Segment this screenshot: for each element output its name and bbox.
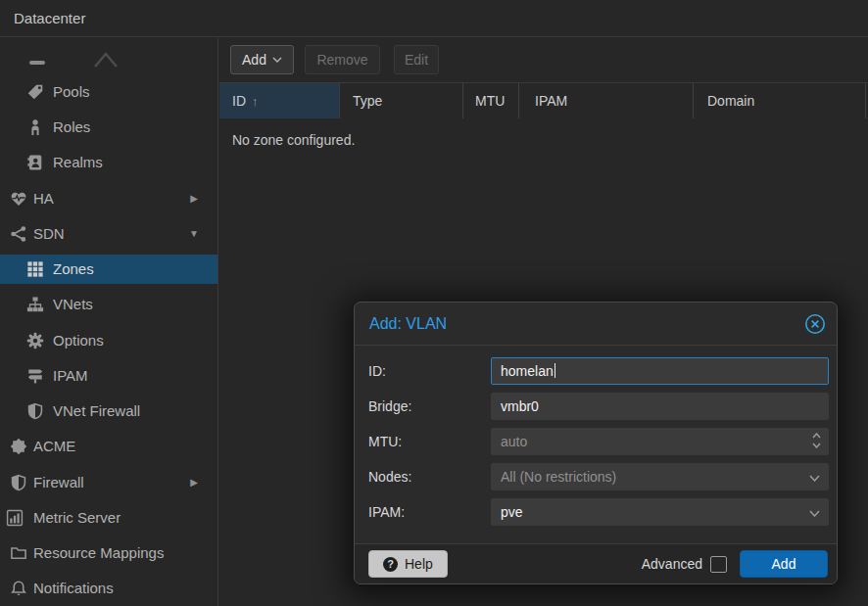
nodes-select[interactable]: All (No restrictions) (491, 463, 829, 490)
shield-icon (26, 402, 44, 420)
column-header-type[interactable]: Type (340, 83, 463, 118)
sort-ascending-icon: ↑ (252, 84, 259, 119)
zones-toolbar: Add Remove Edit (219, 37, 868, 83)
close-icon[interactable] (803, 312, 827, 336)
column-header-domain[interactable]: Domain (694, 83, 866, 118)
heartbeat-icon (10, 190, 27, 208)
sidebar-item-ipam[interactable]: IPAM (0, 361, 217, 391)
column-header-mtu[interactable]: MTU (463, 83, 519, 118)
dropdown-trigger[interactable] (809, 464, 820, 491)
column-header-ipam[interactable]: IPAM (519, 83, 694, 118)
sidebar-item-resource-mappings[interactable]: Resource Mappings (0, 538, 217, 568)
dialog-header[interactable]: Add: VLAN (355, 303, 837, 346)
grid-icon (26, 260, 44, 278)
submit-add-button[interactable]: Add (740, 550, 828, 578)
nodes-label: Nodes: (368, 463, 411, 490)
remove-button[interactable]: Remove (305, 45, 380, 74)
expand-expanded-icon[interactable]: ▼ (187, 219, 201, 249)
dialog-title: Add: VLAN (369, 303, 447, 346)
sidebar-item-options[interactable]: Options (0, 326, 217, 355)
dash-icon (29, 61, 45, 65)
dropdown-trigger[interactable] (809, 499, 820, 527)
tags-icon (26, 83, 44, 101)
id-label: ID: (368, 357, 386, 385)
sidebar-item-firewall[interactable]: Firewall ▶ (0, 468, 217, 497)
sidebar-item-realms[interactable]: Realms (0, 148, 217, 177)
zones-table-header: ID↑ Type MTU IPAM Domain (219, 83, 868, 118)
sidebar-item-roles[interactable]: Roles (0, 113, 217, 142)
chevron-up-icon (93, 51, 119, 70)
shield-icon (10, 474, 27, 491)
text-cursor (555, 363, 556, 378)
map-signs-icon (26, 367, 44, 385)
advanced-checkbox[interactable] (710, 556, 727, 573)
user-icon (26, 118, 44, 136)
certificate-icon (10, 438, 27, 455)
sidebar-item-zones[interactable]: Zones (0, 255, 217, 284)
folder-icon (10, 544, 27, 562)
mtu-spinner[interactable]: auto (491, 428, 829, 455)
id-input[interactable]: homelan (491, 357, 829, 385)
sidebar-item-ha[interactable]: HA ▶ (0, 184, 217, 213)
sidebar-item-partial-scrolled[interactable] (0, 40, 217, 70)
sidebar-item-vnets[interactable]: VNets (0, 290, 217, 319)
question-icon: ? (383, 557, 398, 572)
chevron-down-icon (272, 57, 282, 63)
help-button[interactable]: ? Help (368, 550, 448, 578)
ipam-label: IPAM: (368, 498, 405, 526)
add-vlan-dialog: Add: VLAN ID: homelan Bridge: vmbr0 MTU:… (354, 302, 838, 584)
bridge-label: Bridge: (368, 393, 411, 420)
sidebar-item-vnet-firewall[interactable]: VNet Firewall (0, 396, 217, 426)
sidebar-item-pools[interactable]: Pools (0, 77, 217, 107)
chevron-down-icon (809, 475, 820, 482)
column-header-id[interactable]: ID↑ (219, 83, 340, 118)
bar-chart-icon (6, 509, 24, 527)
spinner-down-icon (812, 443, 821, 448)
sidebar-item-notifications[interactable]: Notifications (0, 574, 217, 603)
ipam-select[interactable]: pve (491, 498, 829, 526)
network-icon (10, 225, 27, 243)
empty-table-message: No zone configured. (232, 132, 355, 148)
spinner-buttons[interactable] (812, 433, 821, 448)
sidebar-item-acme[interactable]: ACME (0, 432, 217, 461)
bell-icon (10, 580, 27, 597)
page-title: Datacenter (14, 0, 85, 37)
gear-icon (26, 332, 44, 350)
top-bar: Datacenter (0, 0, 868, 37)
spinner-up-icon (812, 433, 821, 439)
bridge-input[interactable]: vmbr0 (491, 393, 829, 420)
mtu-label: MTU: (368, 428, 402, 455)
expand-collapsed-icon[interactable]: ▶ (187, 184, 201, 213)
resource-tree: Pools Roles Realms HA ▶ SDN ▼ Zones (0, 38, 218, 606)
edit-button[interactable]: Edit (394, 45, 439, 74)
chevron-down-icon (809, 510, 820, 517)
address-book-icon (26, 154, 44, 171)
dialog-footer: ? Help Advanced Add (355, 543, 837, 583)
advanced-label: Advanced (642, 556, 702, 572)
sitemap-icon (26, 296, 44, 313)
sidebar-item-sdn[interactable]: SDN ▼ (0, 219, 217, 249)
add-button[interactable]: Add (230, 45, 294, 74)
expand-collapsed-icon[interactable]: ▶ (187, 468, 201, 497)
sidebar-item-metric-server[interactable]: Metric Server (0, 503, 217, 533)
